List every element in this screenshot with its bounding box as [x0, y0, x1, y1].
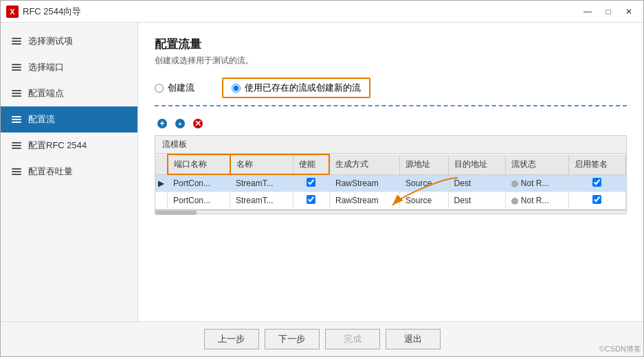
col-flow-status: 流状态: [505, 154, 568, 174]
radio-use-existing-option[interactable]: 使用已存在的流或创建新的流: [222, 78, 370, 98]
sidebar-item-config-endpoint[interactable]: 配置端点: [1, 80, 137, 106]
menu-icon: [12, 64, 21, 71]
cell-flow-status: Not R...: [505, 192, 568, 209]
flow-table: 端口名称 名称 使能 生成方式 源地址 目的地址 流状态 启用签名: [155, 154, 626, 209]
col-port-name: 端口名称: [168, 154, 230, 174]
col-enable-sign: 启用签名: [568, 154, 625, 174]
menu-icon: [12, 116, 21, 123]
sidebar-item-label: 选择端口: [28, 61, 64, 73]
status-indicator: [511, 181, 518, 187]
cell-gen-mode: RawStream: [329, 174, 399, 192]
cell-enable-sign[interactable]: [568, 192, 625, 209]
radio-use-existing[interactable]: [232, 84, 241, 93]
radio-use-existing-label: 使用已存在的流或创建新的流: [245, 82, 361, 94]
status-indicator: [511, 198, 518, 205]
svg-text:✕: ✕: [195, 119, 201, 128]
menu-icon: [12, 38, 21, 45]
maximize-button[interactable]: □: [599, 4, 617, 19]
main-window: X RFC 2544向导 — □ ✕ 选择测试项选择端口配置端点配置流配置RFC…: [0, 0, 644, 357]
exit-button[interactable]: 退出: [386, 329, 441, 349]
title-bar: X RFC 2544向导 — □ ✕: [1, 1, 643, 23]
app-icon: X: [6, 5, 19, 18]
svg-text:+: +: [178, 121, 181, 128]
row-indicator: ▶: [155, 174, 168, 192]
enable-checkbox[interactable]: [307, 178, 315, 187]
sidebar-item-select-test[interactable]: 选择测试项: [1, 28, 137, 54]
window-title: RFC 2544向导: [23, 5, 579, 18]
radio-create-option[interactable]: 创建流: [155, 82, 195, 94]
menu-icon: [12, 142, 21, 149]
main-content: 选择测试项选择端口配置端点配置流配置RFC 2544配置吞吐量 配置流量 创建或…: [1, 23, 643, 321]
svg-text:+: +: [159, 119, 164, 128]
cell-enable[interactable]: [293, 192, 329, 209]
col-dst-addr: 目的地址: [448, 154, 505, 174]
sidebar-item-config-rfc2544[interactable]: 配置RFC 2544: [1, 133, 137, 159]
page-subtitle: 创建或选择用于测试的流。: [155, 55, 627, 67]
cell-gen-mode: RawStream: [329, 192, 399, 209]
cell-name: StreamT...: [230, 192, 293, 209]
sidebar-item-config-throughput[interactable]: 配置吞吐量: [1, 159, 137, 185]
sign-checkbox[interactable]: [592, 195, 601, 204]
tab-header[interactable]: 流模板: [155, 136, 626, 154]
cell-enable[interactable]: [293, 174, 329, 192]
sidebar-item-select-port[interactable]: 选择端口: [1, 54, 137, 80]
cell-port-name: PortCon...: [168, 174, 230, 192]
sidebar: 选择测试项选择端口配置端点配置流配置RFC 2544配置吞吐量: [1, 23, 138, 321]
prev-button[interactable]: 上一步: [204, 329, 259, 349]
enable-checkbox[interactable]: [307, 195, 315, 204]
close-button[interactable]: ✕: [620, 4, 638, 19]
cell-dst-addr: Dest: [448, 192, 505, 209]
minimize-button[interactable]: —: [579, 4, 597, 19]
cell-flow-status: Not R...: [505, 174, 568, 192]
page-title: 配置流量: [155, 36, 627, 52]
sidebar-item-label: 配置端点: [28, 87, 64, 100]
sidebar-item-label: 配置流: [28, 113, 55, 126]
col-name: 名称: [230, 154, 293, 174]
menu-icon: [12, 168, 21, 175]
col-enable: 使能: [293, 154, 329, 174]
col-src-addr: 源地址: [400, 154, 449, 174]
cell-src-addr: Source: [400, 174, 449, 192]
cell-dst-addr: Dest: [448, 174, 505, 192]
next-button[interactable]: 下一步: [265, 329, 320, 349]
sidebar-item-label: 配置吞吐量: [28, 165, 73, 178]
content-area: 配置流量 创建或选择用于测试的流。 创建流 使用已存在的流或创建新的流: [138, 23, 643, 321]
menu-icon: [12, 90, 21, 97]
bottom-bar: 上一步 下一步 完成 退出: [1, 321, 643, 356]
row-indicator: [155, 192, 168, 209]
add-button[interactable]: +: [155, 116, 170, 131]
cell-enable-sign[interactable]: [568, 174, 625, 192]
table-row[interactable]: PortCon... StreamT... RawStream Source D…: [155, 192, 626, 209]
toolbar: + + ✕: [155, 116, 627, 131]
col-gen-mode: 生成方式: [329, 154, 399, 174]
sidebar-item-label: 选择测试项: [28, 35, 73, 47]
cell-name: StreamT...: [230, 174, 293, 192]
table-row[interactable]: ▶ PortCon... StreamT... RawStream Source…: [155, 174, 626, 192]
svg-text:X: X: [10, 8, 15, 16]
sidebar-item-label: 配置RFC 2544: [28, 139, 87, 152]
finish-button[interactable]: 完成: [325, 329, 380, 349]
cell-port-name: PortCon...: [168, 192, 230, 209]
radio-create[interactable]: [155, 84, 164, 93]
sign-checkbox[interactable]: [592, 178, 601, 187]
sidebar-item-config-flow[interactable]: 配置流: [1, 106, 137, 133]
cell-src-addr: Source: [400, 192, 449, 209]
radio-row: 创建流 使用已存在的流或创建新的流: [155, 78, 627, 106]
table-wrapper: 流模板 端口名称 名称 使能 生成方式 源地址 目的地址: [155, 135, 627, 210]
window-controls: — □ ✕: [579, 4, 638, 19]
add-copy-button[interactable]: +: [173, 116, 188, 131]
radio-create-label: 创建流: [168, 82, 195, 94]
delete-button[interactable]: ✕: [190, 116, 206, 131]
